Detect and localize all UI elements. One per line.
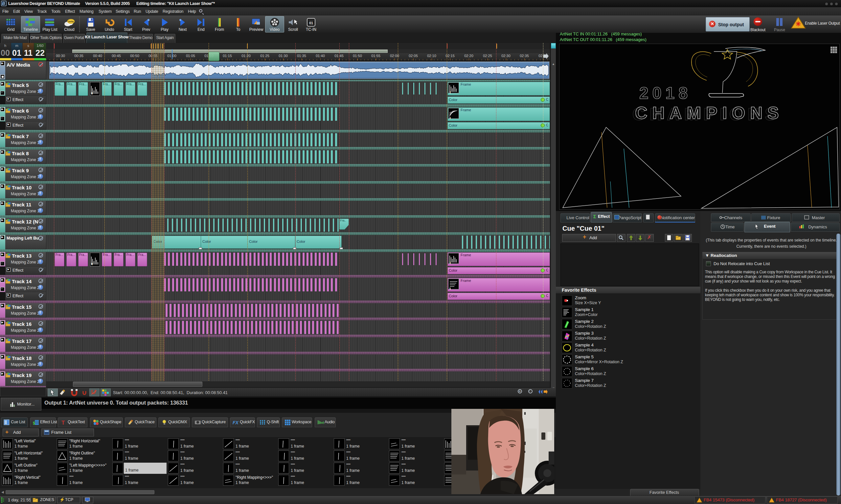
svg-text:2018: 2018 (639, 84, 691, 102)
svg-text:FX: FX (233, 420, 239, 425)
svg-text:$: $ (33, 421, 35, 425)
svg-text:01: 01 (309, 21, 313, 25)
svg-text:T: T (62, 420, 65, 425)
svg-text:beta: beta (68, 20, 74, 23)
svg-text:✳: ✳ (796, 20, 801, 28)
svg-text:CHAMPIONS: CHAMPIONS (632, 105, 781, 124)
